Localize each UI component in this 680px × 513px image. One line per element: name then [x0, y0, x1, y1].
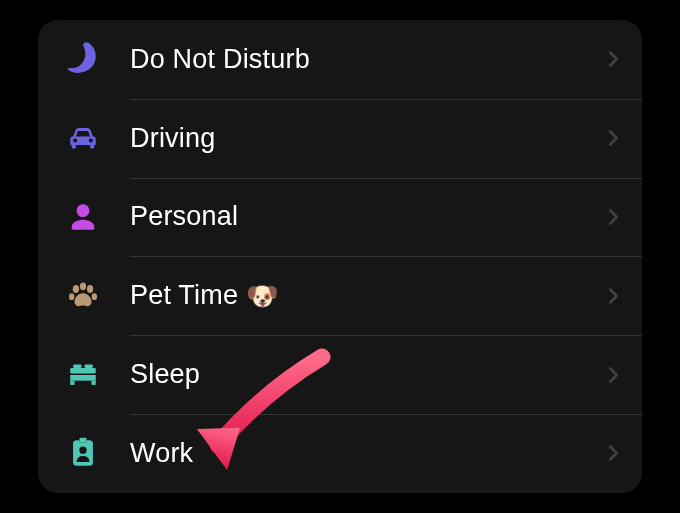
focus-label: Personal: [130, 201, 602, 232]
chevron-right-icon: [602, 127, 624, 149]
focus-item-personal[interactable]: Personal: [38, 178, 642, 257]
svg-rect-5: [70, 367, 96, 373]
focus-label-text: Pet Time: [130, 280, 238, 311]
svg-rect-6: [70, 375, 96, 381]
dog-emoji: 🐶: [246, 283, 278, 309]
svg-point-0: [73, 285, 79, 293]
chevron-right-icon: [602, 442, 624, 464]
bed-icon: [66, 358, 130, 392]
focus-item-dnd[interactable]: Do Not Disturb: [38, 20, 642, 99]
badge-icon: [66, 436, 130, 470]
focus-item-sleep[interactable]: Sleep: [38, 335, 642, 414]
svg-rect-10: [84, 364, 93, 368]
chevron-right-icon: [602, 206, 624, 228]
focus-modes-list: Do Not Disturb Driving Personal: [38, 20, 642, 493]
svg-point-2: [87, 285, 93, 293]
focus-label: Work: [130, 438, 602, 469]
chevron-right-icon: [602, 285, 624, 307]
focus-label: Sleep: [130, 359, 602, 390]
svg-point-1: [80, 282, 86, 290]
svg-rect-7: [70, 380, 74, 384]
paw-icon: [66, 279, 130, 313]
moon-icon: [66, 42, 130, 76]
svg-point-14: [79, 447, 86, 454]
car-icon: [66, 121, 130, 155]
svg-point-4: [69, 293, 74, 300]
focus-item-work[interactable]: Work: [38, 414, 642, 493]
svg-rect-9: [73, 364, 82, 368]
svg-point-3: [92, 293, 97, 300]
chevron-right-icon: [602, 364, 624, 386]
svg-rect-13: [79, 438, 86, 443]
chevron-right-icon: [602, 48, 624, 70]
focus-label: Driving: [130, 123, 602, 154]
focus-item-driving[interactable]: Driving: [38, 99, 642, 178]
focus-item-pettime[interactable]: Pet Time 🐶: [38, 256, 642, 335]
svg-rect-8: [92, 380, 96, 384]
focus-label: Do Not Disturb: [130, 44, 602, 75]
focus-label: Pet Time 🐶: [130, 280, 602, 311]
person-icon: [66, 200, 130, 234]
